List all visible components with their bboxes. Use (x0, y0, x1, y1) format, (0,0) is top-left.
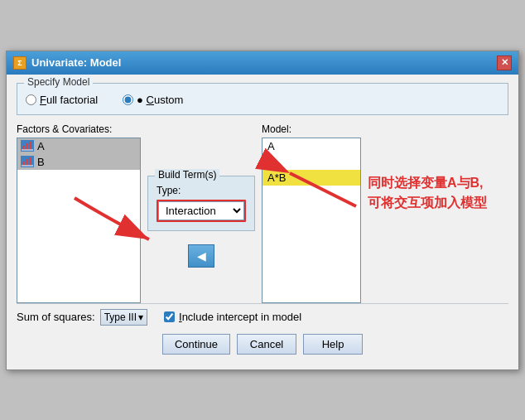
svg-rect-4 (22, 162, 25, 166)
dialog-icon: Σ (13, 56, 26, 70)
type-label: Type: (157, 185, 246, 196)
help-button[interactable]: Help (303, 334, 363, 355)
factor-item-b[interactable]: B (17, 154, 140, 170)
sum-of-squares-area: Sum of squares: Type III ▾ (17, 309, 147, 326)
model-listbox[interactable]: A B A*B (262, 138, 361, 303)
add-terms-button[interactable]: ◀ (188, 244, 214, 268)
svg-rect-5 (26, 159, 28, 166)
type-dropdown-wrapper: Interaction Main effects All 2-way All 3… (157, 200, 246, 222)
factor-b-icon (21, 156, 34, 167)
main-content-wrapper: Factors & Covariates: (17, 123, 508, 303)
svg-rect-2 (29, 142, 31, 150)
ss-value: Type III (104, 311, 137, 323)
radio-full-factorial-input[interactable] (26, 94, 36, 105)
radio-full-factorial[interactable]: Full factorial (26, 94, 98, 106)
factor-a-label: A (37, 140, 45, 152)
title-bar-left: Σ Univariate: Model (13, 56, 121, 70)
close-button[interactable]: ✕ (497, 56, 512, 70)
radio-custom-input[interactable] (123, 94, 133, 105)
dialog-title: Univariate: Model (31, 56, 121, 69)
model-type-radio-row: Full factorial ● Custom (26, 94, 499, 106)
model-item-axb[interactable]: A*B (262, 170, 360, 186)
factors-panel: Factors & Covariates: (17, 123, 141, 303)
svg-rect-0 (22, 146, 25, 150)
specify-model-group: Specify Model Full factorial ● Custom (17, 83, 508, 115)
model-item-b[interactable]: B (262, 154, 360, 170)
button-row: Continue Cancel Help (17, 329, 508, 361)
cancel-button[interactable]: Cancel (237, 334, 296, 355)
dialog-body: Specify Model Full factorial ● Custom Fa… (7, 75, 518, 369)
radio-full-factorial-label: Full factorial (40, 94, 98, 106)
factor-item-a[interactable]: A (17, 138, 140, 154)
sum-of-squares-dropdown[interactable]: Type III ▾ (100, 309, 147, 326)
bottom-row: Sum of squares: Type III ▾ Include inter… (17, 303, 508, 329)
factor-a-icon (21, 140, 34, 152)
chart-icon-a (22, 141, 33, 151)
sum-of-squares-label: Sum of squares: (17, 311, 95, 323)
main-dialog: Σ Univariate: Model ✕ Specify Model Full… (6, 51, 519, 370)
title-bar: Σ Univariate: Model ✕ (7, 51, 518, 75)
factor-b-label: B (37, 156, 45, 168)
radio-custom[interactable]: ● Custom (123, 94, 183, 106)
radio-custom-label: ● Custom (137, 94, 183, 106)
svg-rect-1 (26, 143, 28, 150)
svg-rect-6 (29, 157, 31, 166)
factors-listbox[interactable]: A B (17, 138, 141, 303)
type-dropdown[interactable]: Interaction Main effects All 2-way All 3… (158, 201, 244, 220)
continue-button[interactable]: Continue (162, 334, 230, 355)
chart-icon-b (22, 157, 33, 167)
model-item-a[interactable]: A (262, 138, 360, 154)
specify-model-label: Specify Model (24, 76, 93, 88)
intercept-area: Include intercept in model (164, 311, 301, 323)
factors-label: Factors & Covariates: (17, 123, 141, 135)
ss-arrow-icon: ▾ (138, 311, 143, 323)
middle-panel: Build Term(s) Type: Interaction Main eff… (147, 123, 255, 303)
build-terms-box: Build Term(s) Type: Interaction Main eff… (147, 176, 255, 231)
intercept-label: Include intercept in model (179, 311, 301, 323)
model-panel: Model: A B A*B (262, 123, 361, 303)
build-terms-label: Build Term(s) (155, 169, 219, 181)
model-label: Model: (262, 123, 361, 135)
intercept-checkbox[interactable] (164, 311, 175, 322)
annotation-text: 同时选择变量A与B,可将交互项加入模型 (368, 123, 508, 303)
